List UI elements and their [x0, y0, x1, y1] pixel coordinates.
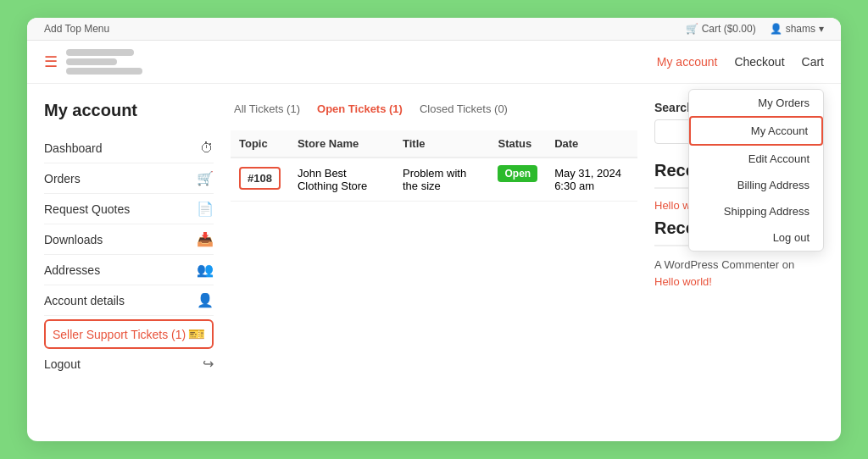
dropdown-my-orders[interactable]: My Orders	[689, 90, 823, 116]
topic-cell: #108	[231, 158, 289, 202]
col-status: Status	[489, 130, 546, 158]
chevron-down-icon: ▾	[819, 23, 824, 35]
add-top-menu-link[interactable]: Add Top Menu	[44, 23, 109, 35]
tickets-tabs: All Tickets (1) Open Tickets (1) Closed …	[231, 101, 637, 117]
dropdown-my-account[interactable]: My Account	[689, 116, 823, 146]
tab-all-tickets[interactable]: All Tickets (1)	[231, 101, 303, 117]
sidebar-item-logout[interactable]: Logout ↪	[44, 349, 214, 379]
cart-wrap[interactable]: 🛒 Cart ($0.00)	[686, 23, 756, 35]
sidebar-item-dashboard[interactable]: Dashboard ⏱	[44, 134, 214, 163]
dropdown-billing-address[interactable]: Billing Address	[689, 172, 823, 198]
commenter-name[interactable]: A WordPress Commenter	[654, 258, 779, 271]
topic-value: #108	[239, 167, 281, 190]
username: shams	[786, 23, 815, 35]
support-icon: 🎫	[188, 326, 205, 342]
orders-icon: 🛒	[197, 170, 214, 186]
tickets-table: Topic Store Name Title Status Date #108 …	[231, 130, 637, 202]
sidebar-item-downloads[interactable]: Downloads 📥	[44, 224, 214, 255]
table-row[interactable]: #108 John Best Clothing Store Problem wi…	[231, 158, 637, 202]
admin-bar: Add Top Menu 🛒 Cart ($0.00) 👤 shams ▾	[27, 18, 841, 41]
addresses-icon: 👥	[197, 262, 214, 278]
main-nav: My account Checkout Cart	[657, 55, 824, 69]
nav-checkout[interactable]: Checkout	[734, 55, 784, 69]
admin-bar-right: 🛒 Cart ($0.00) 👤 shams ▾	[686, 23, 824, 35]
sidebar: My account Dashboard ⏱ Orders 🛒 Request …	[44, 101, 214, 379]
sidebar-item-addresses[interactable]: Addresses 👥	[44, 255, 214, 285]
dropdown-menu: My Orders My Account Edit Account Billin…	[688, 89, 824, 252]
tickets-area: All Tickets (1) Open Tickets (1) Closed …	[231, 101, 637, 379]
tab-closed-tickets[interactable]: Closed Tickets (0)	[416, 101, 511, 117]
tab-open-tickets[interactable]: Open Tickets (1)	[314, 101, 406, 117]
table-header-row: Topic Store Name Title Status Date	[231, 130, 637, 158]
tickets-table-head: Topic Store Name Title Status Date	[231, 130, 637, 158]
logo-line-1	[66, 49, 134, 56]
col-store-name: Store Name	[289, 130, 394, 158]
logout-icon: ↪	[203, 356, 214, 372]
status-cell: Open	[489, 158, 546, 202]
quotes-icon: 📄	[197, 201, 214, 217]
logo-area: ☰	[44, 49, 142, 75]
sidebar-item-seller-support[interactable]: Seller Support Tickets (1) 🎫	[44, 319, 214, 349]
sidebar-title: My account	[44, 101, 214, 120]
logo-line-2	[66, 58, 117, 65]
col-date: Date	[546, 130, 637, 158]
status-badge: Open	[498, 165, 537, 182]
dropdown-edit-account[interactable]: Edit Account	[689, 146, 823, 172]
hamburger-icon[interactable]: ☰	[44, 53, 58, 71]
downloads-icon: 📥	[197, 231, 214, 247]
comment-on: on	[782, 258, 794, 271]
sidebar-item-account-details[interactable]: Account details 👤	[44, 285, 214, 316]
dropdown-logout[interactable]: Log out	[689, 224, 823, 251]
dashboard-icon: ⏱	[200, 141, 214, 156]
recent-comment-text: A WordPress Commenter on Hello world!	[654, 257, 824, 290]
sidebar-item-orders[interactable]: Orders 🛒	[44, 163, 214, 194]
col-title: Title	[394, 130, 489, 158]
nav-cart[interactable]: Cart	[802, 55, 824, 69]
cart-icon: 🛒	[686, 23, 698, 35]
main-window: Add Top Menu 🛒 Cart ($0.00) 👤 shams ▾ ☰ …	[27, 18, 841, 441]
store-name-cell: John Best Clothing Store	[289, 158, 394, 202]
cart-amount: Cart ($0.00)	[702, 23, 756, 35]
date-cell: May 31, 2024 6:30 am	[546, 158, 637, 202]
comment-post-link[interactable]: Hello world!	[654, 275, 712, 288]
nav-my-account[interactable]: My account	[657, 55, 718, 69]
sidebar-item-request-quotes[interactable]: Request Quotes 📄	[44, 194, 214, 224]
title-cell: Problem with the size	[394, 158, 489, 202]
user-icon: 👤	[770, 23, 782, 35]
account-icon: 👤	[197, 292, 214, 308]
user-wrap[interactable]: 👤 shams ▾	[770, 23, 824, 35]
col-topic: Topic	[231, 130, 289, 158]
logo-line-3	[66, 68, 142, 75]
logo-text-block	[66, 49, 142, 75]
dropdown-shipping-address[interactable]: Shipping Address	[689, 198, 823, 224]
tickets-table-body: #108 John Best Clothing Store Problem wi…	[231, 158, 637, 202]
header: ☰ My account Checkout Cart	[27, 41, 841, 84]
